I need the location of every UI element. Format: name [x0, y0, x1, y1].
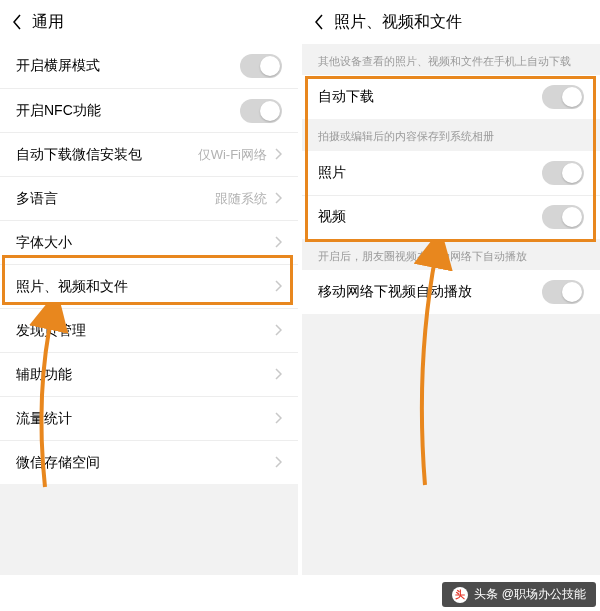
- row-photos[interactable]: 照片: [302, 151, 600, 195]
- row-font-size[interactable]: 字体大小: [0, 220, 298, 264]
- row-label: 字体大小: [16, 234, 275, 252]
- row-label: 自动下载: [318, 88, 542, 106]
- row-label: 视频: [318, 208, 542, 226]
- row-label: 辅助功能: [16, 366, 275, 384]
- toggle-switch[interactable]: [542, 280, 584, 304]
- row-label: 流量统计: [16, 410, 275, 428]
- section-hint: 其他设备查看的照片、视频和文件在手机上自动下载: [302, 44, 600, 75]
- chevron-right-icon: [275, 147, 282, 163]
- row-language[interactable]: 多语言跟随系统: [0, 176, 298, 220]
- page-title: 通用: [32, 12, 64, 33]
- toggle-switch[interactable]: [542, 161, 584, 185]
- row-label: 照片、视频和文件: [16, 278, 275, 296]
- right-list-3: 移动网络下视频自动播放: [302, 270, 600, 314]
- left-pane: 通用 开启横屏模式 开启NFC功能 自动下载微信安装包仅Wi-Fi网络 多语言跟…: [0, 0, 298, 575]
- row-label: 微信存储空间: [16, 454, 275, 472]
- row-discover-mgmt[interactable]: 发现页管理: [0, 308, 298, 352]
- row-auto-download[interactable]: 自动下载: [302, 75, 600, 119]
- row-label: 开启横屏模式: [16, 57, 240, 75]
- chevron-right-icon: [275, 367, 282, 383]
- chevron-right-icon: [275, 323, 282, 339]
- row-label: 自动下载微信安装包: [16, 146, 198, 164]
- toggle-switch[interactable]: [542, 205, 584, 229]
- watermark-prefix: 头条: [474, 587, 498, 601]
- right-list-2: 照片 视频: [302, 151, 600, 239]
- row-label: 移动网络下视频自动播放: [318, 283, 542, 301]
- chevron-right-icon: [275, 235, 282, 251]
- row-data-usage[interactable]: 流量统计: [0, 396, 298, 440]
- chevron-right-icon: [275, 411, 282, 427]
- row-label: 多语言: [16, 190, 215, 208]
- chevron-right-icon: [275, 191, 282, 207]
- back-icon[interactable]: [12, 14, 22, 30]
- row-label: 开启NFC功能: [16, 102, 240, 120]
- row-videos[interactable]: 视频: [302, 195, 600, 239]
- row-nfc[interactable]: 开启NFC功能: [0, 88, 298, 132]
- section-hint: 开启后，朋友圈视频在移动网络下自动播放: [302, 239, 600, 270]
- right-header: 照片、视频和文件: [302, 0, 600, 44]
- row-value: 跟随系统: [215, 190, 267, 208]
- page-title: 照片、视频和文件: [334, 12, 462, 33]
- row-accessibility[interactable]: 辅助功能: [0, 352, 298, 396]
- right-list-1: 自动下载: [302, 75, 600, 119]
- chevron-right-icon: [275, 455, 282, 471]
- toggle-switch[interactable]: [542, 85, 584, 109]
- right-pane: 照片、视频和文件 其他设备查看的照片、视频和文件在手机上自动下载 自动下载 拍摄…: [302, 0, 600, 575]
- row-autoplay-mobile[interactable]: 移动网络下视频自动播放: [302, 270, 600, 314]
- row-label: 照片: [318, 164, 542, 182]
- empty-space: [302, 314, 600, 575]
- chevron-right-icon: [275, 279, 282, 295]
- row-auto-download-pkg[interactable]: 自动下载微信安装包仅Wi-Fi网络: [0, 132, 298, 176]
- toutiao-logo-icon: 头: [452, 587, 468, 603]
- toggle-switch[interactable]: [240, 99, 282, 123]
- watermark-text: @职场办公技能: [502, 587, 586, 601]
- back-icon[interactable]: [314, 14, 324, 30]
- toggle-switch[interactable]: [240, 54, 282, 78]
- left-list: 开启横屏模式 开启NFC功能 自动下载微信安装包仅Wi-Fi网络 多语言跟随系统…: [0, 44, 298, 484]
- row-storage[interactable]: 微信存储空间: [0, 440, 298, 484]
- left-header: 通用: [0, 0, 298, 44]
- row-landscape[interactable]: 开启横屏模式: [0, 44, 298, 88]
- row-photos-videos-files[interactable]: 照片、视频和文件: [0, 264, 298, 308]
- watermark: 头 头条 @职场办公技能: [442, 582, 596, 607]
- section-hint: 拍摄或编辑后的内容保存到系统相册: [302, 119, 600, 150]
- row-label: 发现页管理: [16, 322, 275, 340]
- row-value: 仅Wi-Fi网络: [198, 146, 267, 164]
- empty-space: [0, 484, 298, 575]
